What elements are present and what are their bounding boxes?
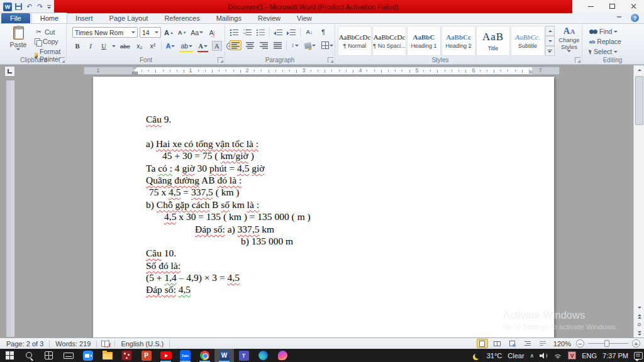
paste-button[interactable]: Paste bbox=[6, 26, 31, 56]
word-count[interactable]: Words: 219 bbox=[54, 340, 92, 348]
taskbar-powerpoint-icon[interactable]: P bbox=[136, 349, 156, 362]
character-shading-button[interactable]: A bbox=[212, 41, 222, 51]
taskbar-start-icon[interactable] bbox=[0, 349, 19, 362]
increase-indent-button[interactable] bbox=[287, 28, 296, 36]
taskbar-search-icon[interactable] bbox=[19, 349, 39, 362]
minimize-ribbon-icon[interactable] bbox=[616, 16, 622, 20]
tab-view[interactable]: View bbox=[289, 13, 320, 23]
customize-qat-button[interactable] bbox=[47, 4, 52, 10]
save-button[interactable] bbox=[14, 3, 23, 11]
draft-view-button[interactable] bbox=[537, 339, 548, 348]
find-button[interactable]: Find bbox=[587, 27, 619, 36]
style--no-spaci-[interactable]: AaBbCcDc¶ No Spaci... bbox=[372, 26, 406, 56]
select-button[interactable]: Select bbox=[587, 47, 619, 56]
taskbar-red-app-icon[interactable] bbox=[117, 349, 136, 362]
help-icon[interactable]: ? bbox=[631, 14, 639, 22]
zoom-slider-track[interactable] bbox=[588, 343, 628, 344]
outline-view-button[interactable] bbox=[522, 339, 533, 348]
align-center-button[interactable] bbox=[245, 40, 255, 50]
wifi-icon[interactable] bbox=[553, 352, 562, 359]
taskbar-app-grid-icon[interactable] bbox=[39, 349, 58, 362]
line-spacing-button[interactable]: ↕ bbox=[290, 40, 300, 50]
redo-button[interactable]: ↷ bbox=[36, 3, 44, 11]
vietkey-icon[interactable]: V bbox=[568, 351, 576, 359]
font-dialog-launcher[interactable] bbox=[218, 57, 223, 63]
taskbar-paint3d-icon[interactable] bbox=[273, 349, 292, 362]
font-size-select[interactable]: 14 bbox=[140, 27, 161, 38]
close-button[interactable] bbox=[623, 0, 644, 13]
taskbar-chrome-icon[interactable] bbox=[195, 349, 214, 362]
justify-button[interactable] bbox=[272, 40, 283, 50]
zoom-slider-handle[interactable] bbox=[604, 340, 609, 347]
tab-mailings[interactable]: Mailings bbox=[208, 13, 250, 23]
shrink-font-button[interactable]: A▼ bbox=[177, 28, 187, 38]
text-effects-button[interactable]: A bbox=[165, 41, 177, 51]
align-left-button[interactable] bbox=[230, 40, 242, 50]
strikethrough-button[interactable]: abe bbox=[119, 41, 131, 51]
scrollbar-thumb[interactable] bbox=[635, 76, 643, 125]
clipboard-dialog-launcher[interactable] bbox=[59, 57, 65, 63]
align-right-button[interactable] bbox=[258, 40, 269, 50]
change-case-button[interactable]: Aa bbox=[189, 28, 204, 38]
proofing-errors-icon[interactable]: ✗ bbox=[101, 340, 110, 347]
clear-formatting-button[interactable]: A bbox=[206, 28, 216, 38]
left-indent-marker[interactable] bbox=[132, 67, 138, 74]
tab-selector[interactable] bbox=[4, 66, 15, 77]
taskbar-touch-keyboard-icon[interactable] bbox=[58, 349, 78, 362]
tab-home[interactable]: Home bbox=[31, 13, 67, 23]
language-indicator[interactable]: English (U.S.) bbox=[119, 340, 165, 348]
style-heading-1[interactable]: AaBbCHeading 1 bbox=[407, 26, 441, 56]
underline-dropdown-icon[interactable] bbox=[112, 45, 116, 47]
input-language[interactable]: ENG bbox=[582, 352, 597, 359]
taskbar-edge-icon[interactable] bbox=[253, 349, 273, 362]
styles-more-button[interactable] bbox=[545, 46, 555, 56]
select-browse-object-button[interactable] bbox=[634, 321, 644, 329]
grow-font-button[interactable]: A▲ bbox=[163, 28, 175, 38]
styles-scroll-down[interactable] bbox=[545, 36, 555, 46]
zoom-in-button[interactable]: + bbox=[632, 339, 640, 348]
styles-dialog-launcher[interactable] bbox=[575, 57, 580, 63]
next-page-button[interactable] bbox=[634, 329, 644, 337]
shading-button[interactable] bbox=[303, 40, 317, 50]
weather-condition[interactable]: Clear bbox=[508, 352, 524, 359]
borders-button[interactable] bbox=[320, 40, 335, 50]
maximize-button[interactable] bbox=[601, 0, 623, 13]
italic-button[interactable]: I bbox=[86, 41, 96, 51]
tab-insert[interactable]: Insert bbox=[67, 13, 101, 23]
zoom-level[interactable]: 120% bbox=[552, 340, 572, 348]
font-color-button[interactable]: A bbox=[197, 41, 209, 51]
paragraph-dialog-launcher[interactable] bbox=[328, 57, 333, 63]
taskbar-teams-icon[interactable]: T bbox=[234, 349, 253, 362]
taskbar-zoom-app-icon[interactable] bbox=[78, 349, 97, 362]
previous-page-button[interactable] bbox=[634, 312, 644, 321]
cut-button[interactable]: ✂Cut bbox=[33, 27, 57, 36]
document-page[interactable]: Câu 9. a) Hai xe có tổng vận tốc là :45 … bbox=[93, 77, 554, 337]
highlight-color-button[interactable]: ab bbox=[179, 41, 194, 51]
taskbar-word-icon[interactable]: W bbox=[214, 349, 234, 362]
bold-button[interactable]: B bbox=[72, 41, 82, 51]
tab-page-layout[interactable]: Page Layout bbox=[101, 13, 157, 23]
fullscreen-reading-view-button[interactable] bbox=[492, 339, 503, 348]
styles-scroll-up[interactable] bbox=[545, 26, 555, 36]
style--normal[interactable]: AaBbCcDc¶ Normal bbox=[338, 26, 372, 56]
multilevel-list-button[interactable] bbox=[256, 28, 265, 36]
scroll-down-button[interactable] bbox=[634, 303, 644, 312]
undo-button[interactable]: ↶ bbox=[25, 3, 33, 11]
show-hide-pilcrow-button[interactable]: ¶ bbox=[318, 27, 328, 37]
tab-review[interactable]: Review bbox=[250, 13, 289, 23]
tab-references[interactable]: References bbox=[156, 13, 208, 23]
decrease-indent-button[interactable] bbox=[274, 28, 283, 36]
weather-moon-icon[interactable] bbox=[475, 353, 481, 359]
minimize-button[interactable] bbox=[580, 0, 601, 13]
underline-button[interactable]: U bbox=[99, 41, 109, 51]
change-styles-button[interactable]: AA Change Styles bbox=[557, 26, 582, 61]
vertical-scrollbar[interactable] bbox=[633, 65, 644, 337]
scroll-up-button[interactable] bbox=[634, 65, 644, 75]
font-name-select[interactable]: Times New Rom bbox=[72, 27, 138, 38]
style-title[interactable]: AaBTitle bbox=[476, 26, 510, 56]
word-logo-icon[interactable]: W bbox=[3, 3, 12, 11]
replace-button[interactable]: abReplace bbox=[587, 37, 623, 46]
style-heading-2[interactable]: AaBbCcHeading 2 bbox=[441, 26, 475, 56]
web-layout-view-button[interactable] bbox=[507, 339, 518, 348]
action-center-icon[interactable] bbox=[634, 352, 643, 359]
